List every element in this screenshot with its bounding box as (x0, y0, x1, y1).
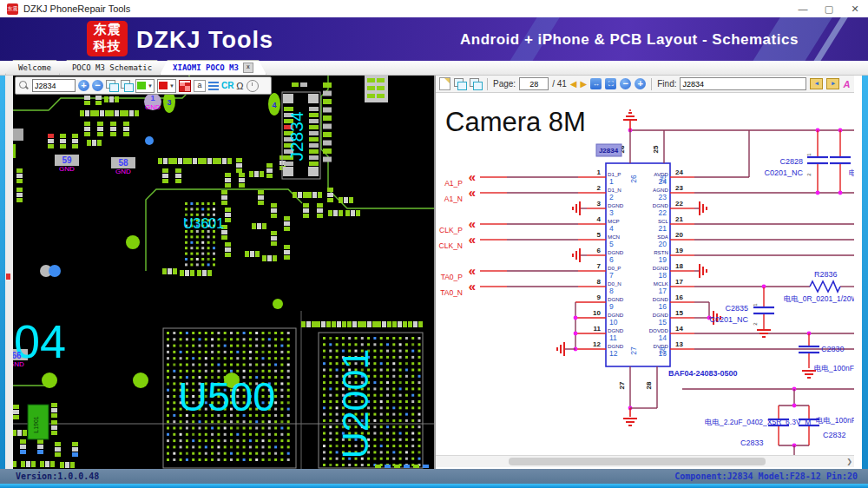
svg-text:3: 3 (597, 200, 602, 208)
testpad-58-num: 58 (118, 158, 128, 168)
resistance-icon[interactable]: Ω (236, 81, 243, 91)
pcb-view-pane[interactable]: 04 U500 U2001 U3601 J2834 L1901 59 GND 5… (13, 76, 435, 469)
svg-text:6: 6 (597, 247, 602, 254)
maximize-button[interactable]: ▢ (816, 1, 842, 17)
svg-text:8: 8 (597, 278, 602, 286)
scrollbar-thumb[interactable] (509, 458, 766, 465)
schematic-toolbar: Page: / 41 ◀ ▶ ↔ ⛶ − + Find: ◂ ▸ A (436, 76, 854, 93)
close-button[interactable]: ✕ (842, 1, 868, 17)
new-page-icon[interactable] (439, 77, 450, 90)
pcb-label-l1901: L1901 (33, 416, 39, 433)
svg-text:CLK_P: CLK_P (439, 226, 463, 234)
zoom-out-icon[interactable]: − (92, 80, 103, 91)
oval-3-label: 3 (167, 98, 171, 107)
prev-view-icon[interactable] (454, 78, 466, 89)
svg-text:D0_N: D0_N (608, 280, 621, 287)
svg-text:20: 20 (675, 231, 683, 239)
pcb-label-u3601: U3601 (183, 216, 224, 231)
tab-close-icon[interactable]: x (243, 63, 253, 73)
schematic-canvas[interactable]: 1D1_P1«A1_P2D1_N2«A1_N3DGND34MCP4«CLK_P5… (436, 93, 854, 455)
svg-text:DGND: DGND (608, 343, 624, 349)
top-color-picker[interactable]: ▼ (135, 79, 155, 93)
svg-text:17: 17 (675, 278, 683, 286)
page-zoom-out-icon[interactable]: − (620, 78, 631, 89)
header-banner: 东震 科技 DZKJ Tools Android + iPhone & PCB … (0, 17, 868, 61)
page-total: / 41 (552, 79, 567, 89)
scroll-right-icon[interactable]: ❯ (846, 456, 852, 467)
page-zoom-in-icon[interactable]: + (635, 78, 646, 89)
testpad-59-net: GND (59, 165, 75, 173)
svg-text:11: 11 (609, 333, 617, 342)
svg-text:TA0_P: TA0_P (441, 273, 464, 281)
fit-page-icon[interactable]: ⛶ (605, 78, 616, 89)
svg-text:23: 23 (675, 184, 683, 192)
zoom-in-icon[interactable]: + (78, 80, 89, 91)
svg-text:4: 4 (609, 224, 614, 233)
find-next-icon[interactable]: ▸ (826, 78, 839, 89)
svg-text:19: 19 (659, 255, 667, 264)
svg-text:28: 28 (658, 346, 667, 355)
history-icon[interactable] (247, 80, 259, 92)
svg-text:«: « (469, 185, 476, 200)
highlight-all-icon[interactable]: A (843, 79, 850, 89)
search-icon (18, 80, 30, 91)
svg-text:22: 22 (659, 208, 667, 217)
prev-page-icon[interactable]: ◀ (570, 78, 577, 89)
schematic-pane: Page: / 41 ◀ ▶ ↔ ⛶ − + Find: ◂ ▸ A 1D1_P… (436, 76, 854, 469)
svg-text:21: 21 (659, 224, 667, 233)
testpad-59-num: 59 (62, 155, 72, 165)
multilayer-icon[interactable] (179, 80, 191, 92)
c2828-value: C0201_NC (764, 168, 803, 177)
svg-text:DGND: DGND (653, 312, 669, 318)
svg-text:7: 7 (597, 262, 602, 270)
svg-text:26: 26 (629, 175, 638, 183)
svg-text:1: 1 (609, 177, 614, 186)
pcb-canvas[interactable]: 04 U500 U2001 U3601 J2834 L1901 59 GND 5… (13, 76, 435, 469)
window-title: DZKJ PhoneRepair Tools (23, 3, 130, 14)
svg-text:2: 2 (597, 184, 602, 192)
tab-poco-m3-schematic[interactable]: POCO M3 Schematic (59, 60, 165, 75)
fit-width-icon[interactable]: ↔ (590, 78, 602, 89)
next-view-icon[interactable] (470, 78, 482, 89)
cr-mode-button[interactable]: CR (221, 81, 233, 90)
next-page-icon[interactable]: ▶ (581, 78, 588, 89)
svg-text:DGND: DGND (608, 296, 624, 302)
page-number-input[interactable] (519, 77, 549, 90)
c2835-ref: C2835 (725, 304, 748, 313)
status-bar: Version:1.0.0.48 Component:J2834 Model:F… (0, 469, 868, 484)
c2832-value: 电电_100nF_ (816, 416, 854, 425)
svg-text:12: 12 (593, 340, 601, 348)
svg-text:«: « (469, 216, 476, 231)
schematic-horizontal-scrollbar[interactable]: ❯ (436, 455, 854, 467)
text-toggle-icon[interactable]: a (194, 80, 206, 92)
svg-text:11: 11 (594, 325, 602, 333)
tab-bar: Welcome POCO M3 Schematic XIAOMI POCO M3… (0, 61, 868, 76)
minimize-button[interactable]: — (790, 1, 816, 17)
svg-text:16: 16 (659, 302, 667, 311)
svg-text:DOVDD: DOVDD (649, 327, 669, 333)
svg-text:15: 15 (675, 309, 683, 317)
svg-text:14: 14 (659, 333, 667, 342)
schematic-static-labels: Camera 8M J2834 BAF04-24083-0500 C2828 C… (445, 107, 854, 447)
c2828-ref: C2828 (779, 157, 803, 166)
bottom-color-picker[interactable]: ▼ (157, 79, 176, 93)
c2830-ref: C2830 (821, 345, 845, 353)
svg-text:7: 7 (609, 271, 614, 280)
list-icon[interactable] (208, 81, 219, 91)
svg-text:19: 19 (675, 247, 683, 254)
tab-xiaomi-poco-m3[interactable]: XIAOMI POCO M3 x (160, 60, 266, 75)
circle-pad-net: GND (145, 103, 161, 111)
component-search-input[interactable] (32, 79, 76, 92)
logo-text-bottom: 科技 (87, 37, 128, 54)
find-input[interactable] (680, 77, 806, 90)
brand-name: DZKJ Tools (136, 27, 273, 54)
svg-text:DGND: DGND (653, 265, 669, 271)
svg-text:DGND: DGND (608, 327, 624, 333)
svg-text:2: 2 (753, 322, 758, 326)
bottom-layer-icon[interactable] (121, 80, 133, 91)
find-previous-icon[interactable]: ◂ (810, 78, 823, 89)
pcb-label-u500: U500 (178, 373, 275, 419)
top-layer-icon[interactable] (106, 80, 118, 91)
svg-text:1: 1 (597, 168, 602, 176)
tab-welcome[interactable]: Welcome (5, 60, 64, 75)
